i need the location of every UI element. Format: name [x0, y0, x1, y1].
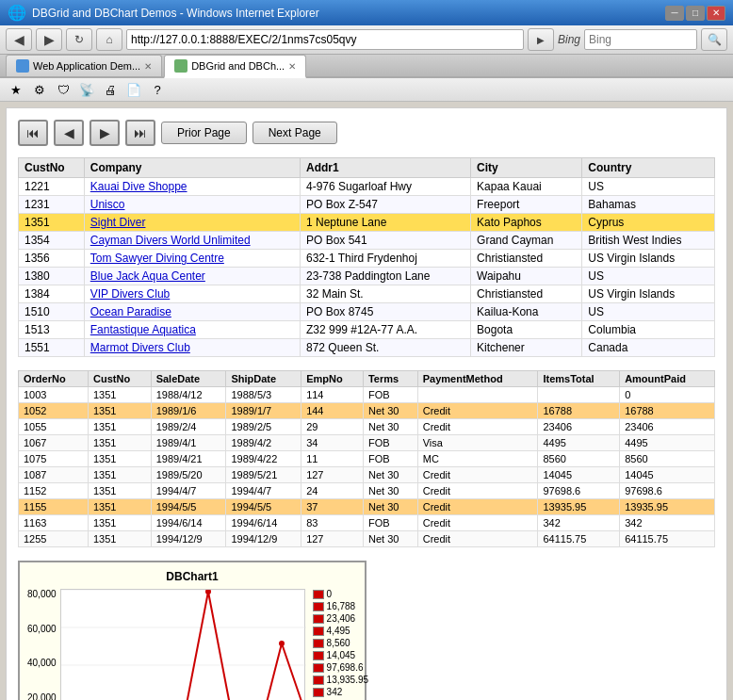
- addr1-cell: Z32 999 #12A-77 A.A.: [300, 321, 470, 339]
- refresh-button[interactable]: ↻: [66, 28, 92, 51]
- legend-value: 8,560: [327, 638, 350, 648]
- company-link[interactable]: Cayman Divers World Unlimited: [90, 234, 251, 247]
- first-page-button[interactable]: ⏮: [18, 120, 48, 146]
- legend-item: 23,406: [313, 613, 369, 624]
- next-page-button[interactable]: Next Page: [252, 122, 337, 144]
- search-button[interactable]: 🔍: [701, 28, 727, 51]
- help-icon[interactable]: ?: [147, 80, 168, 99]
- company-cell: Sight Diver: [84, 214, 300, 232]
- empno-cell: 11: [301, 451, 364, 467]
- legend-value: 0: [327, 589, 333, 599]
- last-page-button[interactable]: ⏭: [125, 120, 155, 146]
- country-cell: Cyprus: [582, 214, 715, 232]
- prior-page-button[interactable]: Prior Page: [161, 122, 247, 144]
- chart-container: DBChart1 80,000 60,000 40,000 20,000 0: [18, 561, 366, 700]
- country-cell: Canada: [582, 339, 715, 357]
- company-link[interactable]: Kauai Dive Shoppe: [90, 180, 187, 193]
- custno-ord-cell: 1351: [89, 435, 152, 451]
- company-link[interactable]: Sight Diver: [90, 216, 146, 229]
- city-cell: Christiansted: [471, 250, 582, 268]
- empno-cell: 83: [301, 515, 364, 531]
- company-cell: Marmot Divers Club: [84, 339, 300, 357]
- prev-page-button[interactable]: ◀: [54, 120, 84, 146]
- shipdate-cell: 1989/4/2: [226, 435, 301, 451]
- custno-cell: 1231: [19, 196, 85, 214]
- custno-ord-cell: 1351: [89, 531, 152, 547]
- company-link[interactable]: Unisco: [90, 198, 125, 211]
- company-link[interactable]: VIP Divers Club: [90, 287, 170, 301]
- payment-cell: Credit: [417, 515, 538, 531]
- legend-item: 4,495: [313, 626, 369, 636]
- addr1-cell: PO Box 541: [300, 232, 470, 250]
- customers-header-row: CustNo Company Addr1 City Country: [19, 158, 715, 178]
- legend-item: 8,560: [313, 638, 369, 648]
- addr1-cell: 1 Neptune Lane: [300, 214, 470, 232]
- shipdate-cell: 1989/1/7: [226, 403, 301, 419]
- tab-web-application[interactable]: Web Application Dem... ✕: [6, 55, 162, 76]
- legend-item: 0: [313, 589, 369, 599]
- company-link[interactable]: Tom Sawyer Diving Centre: [90, 252, 224, 265]
- addr1-cell: 32 Main St.: [300, 285, 470, 303]
- custno-ord-cell: 1351: [89, 483, 152, 499]
- company-link[interactable]: Blue Jack Aqua Center: [90, 269, 205, 283]
- customer-row: 1551 Marmot Divers Club 872 Queen St. Ki…: [19, 339, 715, 357]
- secondary-toolbar: ★ ⚙ 🛡 📡 🖨 📄 ?: [0, 78, 733, 102]
- col-addr1: Addr1: [300, 158, 470, 178]
- order-row: 1152 1351 1994/4/7 1994/4/7 24 Net 30 Cr…: [19, 483, 715, 499]
- legend-swatch: [313, 639, 324, 648]
- forward-button[interactable]: ▶: [36, 28, 62, 51]
- print-icon[interactable]: 🖨: [100, 80, 121, 99]
- itemstotal-cell: 14045: [538, 467, 620, 483]
- empno-cell: 127: [301, 531, 364, 547]
- page-icon[interactable]: 📄: [123, 80, 144, 99]
- y-label-3: 20,000: [27, 692, 57, 701]
- minimize-button[interactable]: ─: [665, 6, 684, 21]
- custno-cell: 1354: [19, 232, 85, 250]
- company-link[interactable]: Fantastique Aquatica: [90, 323, 196, 336]
- maximize-button[interactable]: □: [686, 6, 705, 21]
- customer-row: 1384 VIP Divers Club 32 Main St. Christi…: [19, 285, 715, 303]
- addr1-cell: 632-1 Third Frydenhoj: [300, 250, 470, 268]
- orderno-cell: 1003: [19, 387, 89, 403]
- payment-cell: [417, 387, 538, 403]
- home-button[interactable]: ⌂: [96, 28, 122, 51]
- tools-icon[interactable]: ⚙: [29, 80, 50, 99]
- tab-dbgrid[interactable]: DBGrid and DBCh... ✕: [164, 55, 306, 78]
- orderno-cell: 1067: [19, 435, 89, 451]
- company-link[interactable]: Marmot Divers Club: [90, 341, 190, 354]
- tab-close-web[interactable]: ✕: [144, 61, 152, 72]
- itemstotal-cell: 4495: [538, 435, 620, 451]
- itemstotal-cell: 23406: [538, 419, 620, 435]
- back-button[interactable]: ◀: [6, 28, 32, 51]
- custno-cell: 1356: [19, 250, 85, 268]
- city-cell: Kailua-Kona: [471, 303, 582, 321]
- country-cell: Bahamas: [582, 196, 715, 214]
- tab-icon-dbgrid: [174, 59, 187, 73]
- terms-cell: Net 30: [363, 403, 417, 419]
- favorites-icon[interactable]: ★: [6, 80, 26, 99]
- terms-cell: FOB: [363, 451, 417, 467]
- y-label-2: 40,000: [27, 658, 57, 668]
- payment-cell: Credit: [417, 499, 538, 515]
- legend-swatch: [313, 688, 324, 697]
- tab-close-dbgrid[interactable]: ✕: [288, 61, 296, 72]
- close-button[interactable]: ✕: [707, 6, 725, 21]
- col-empno: EmpNo: [301, 371, 364, 387]
- next-page-button-arrow[interactable]: ▶: [90, 120, 120, 146]
- itemstotal-cell: 97698.6: [538, 483, 620, 499]
- customer-row: 1221 Kauai Dive Shoppe 4-976 Sugarloaf H…: [19, 178, 715, 196]
- search-input[interactable]: [584, 29, 697, 50]
- go-button[interactable]: ▶: [528, 28, 554, 51]
- order-row: 1155 1351 1994/5/5 1994/5/5 37 Net 30 Cr…: [19, 499, 715, 515]
- custno-cell: 1380: [19, 268, 85, 285]
- custno-ord-cell: 1351: [89, 403, 152, 419]
- col-custno-ord: CustNo: [89, 371, 152, 387]
- rss-icon[interactable]: 📡: [76, 80, 97, 99]
- saledate-cell: 1988/4/12: [151, 387, 226, 403]
- safety-icon[interactable]: 🛡: [53, 80, 73, 99]
- legend-value: 13,935.95: [327, 675, 369, 685]
- customer-row: 1380 Blue Jack Aqua Center 23-738 Paddin…: [19, 268, 715, 285]
- address-bar[interactable]: [126, 29, 524, 50]
- company-link[interactable]: Ocean Paradise: [90, 305, 171, 318]
- orderno-cell: 1052: [19, 403, 89, 419]
